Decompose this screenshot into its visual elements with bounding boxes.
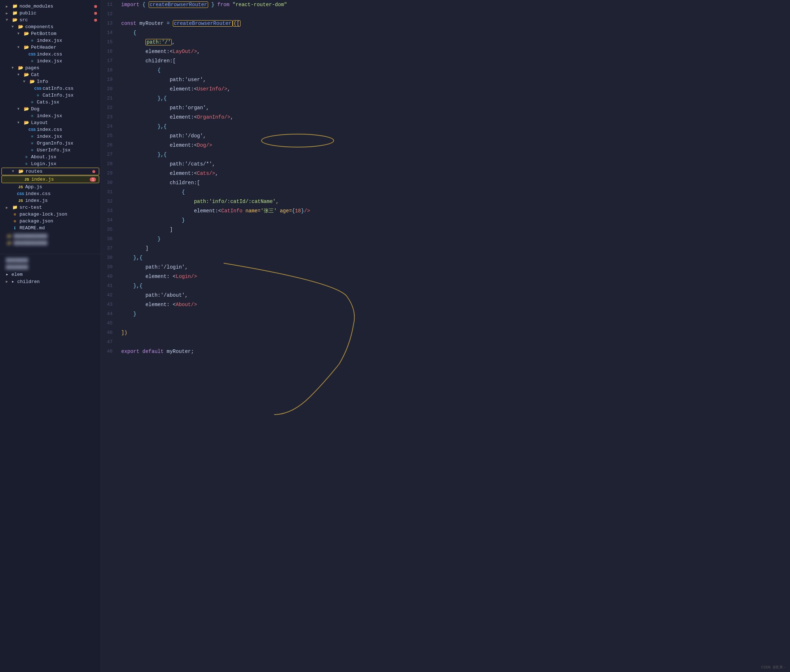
line-number: 44: [101, 309, 118, 319]
line-content: children:[: [118, 56, 790, 66]
sidebar-item-layout-css[interactable]: ▶ CSS index.css: [0, 126, 101, 133]
json-icon: ⚙: [11, 219, 18, 224]
folder-icon: 📁: [6, 234, 12, 239]
sidebar-item-node-modules[interactable]: ▶ 📁 node_modules: [0, 3, 101, 10]
code-line-13: 13const myRouter = createBrowserRouter([: [101, 19, 790, 28]
code-line-44: 44 }: [101, 309, 790, 319]
sidebar-item-label: src-test: [19, 205, 42, 210]
code-line-12: 12: [101, 10, 790, 19]
sidebar-item-catinfo-css[interactable]: ▶ CSS catInfo.css: [0, 85, 101, 92]
sidebar-item-index-js[interactable]: ▶ JS index.js: [0, 197, 101, 204]
line-content: import { createBrowserRouter } from "rea…: [118, 0, 790, 10]
sidebar-item-package-lock[interactable]: ▶ ⚙ package-lock.json: [0, 211, 101, 218]
sidebar-item-petbottom[interactable]: ▼ 📂 PetBottom: [0, 30, 101, 37]
line-content: path:'/login',: [118, 262, 790, 272]
line-number: 39: [101, 262, 118, 272]
sidebar-item-label: package.json: [19, 218, 53, 224]
token: path:'/login',: [121, 264, 188, 270]
sidebar-bottom-item1[interactable]: ████████: [0, 257, 101, 264]
token: ,: [227, 86, 230, 92]
line-number: 25: [101, 131, 118, 141]
sidebar-item-label: index.css: [37, 51, 62, 57]
folder-icon: 📁: [6, 241, 12, 246]
sidebar-item-organinfo-jsx[interactable]: ▶ ⚛ OrganInfo.jsx: [0, 140, 101, 147]
sidebar-item-label: node_modules: [19, 3, 53, 9]
change-count-badge: 1: [90, 178, 96, 182]
token: },{: [121, 255, 143, 261]
token: {: [143, 2, 149, 8]
token: }: [121, 236, 160, 242]
sidebar-item-src[interactable]: ▼ 📂 src: [0, 17, 101, 24]
sidebar-item-petbottom-index[interactable]: ▶ ⚛ index.jsx: [0, 37, 101, 44]
line-content: {: [118, 187, 790, 197]
line-content: export default myRouter;: [118, 347, 790, 356]
sidebar-item-login-jsx[interactable]: ▶ ⚛ Login.jsx: [0, 160, 101, 167]
code-line-14: 14 {: [101, 28, 790, 37]
token: default: [143, 349, 167, 354]
sidebar-item-pages[interactable]: ▼ 📂 pages: [0, 64, 101, 71]
sidebar-item-dog[interactable]: ▼ 📂 Dog: [0, 106, 101, 112]
modified-badge: [94, 12, 97, 15]
sidebar-item-cat[interactable]: ▼ 📂 Cat: [0, 71, 101, 78]
line-content: {: [118, 28, 790, 37]
line-number: 16: [101, 47, 118, 56]
sidebar-item-label: catInfo.css: [43, 86, 74, 91]
token: },{: [121, 283, 143, 289]
line-content: [118, 338, 790, 347]
sidebar-bottom-item2[interactable]: ████████: [0, 264, 101, 271]
folder-icon: 📂: [29, 79, 35, 84]
sidebar-item-app-js[interactable]: ▶ JS App.js: [0, 184, 101, 190]
folder-icon: 📂: [23, 45, 30, 50]
line-content: },{: [118, 281, 790, 291]
sidebar-item-layout[interactable]: ▼ 📂 Layout: [0, 119, 101, 126]
token: ;: [191, 349, 194, 354]
code-line-28: 28 path:'/cats/*',: [101, 159, 790, 169]
token: About: [176, 302, 191, 307]
collapse-arrow: ▼: [6, 18, 11, 22]
token: createBrowserRouter: [173, 20, 233, 27]
css-icon: CSS: [29, 127, 35, 132]
folder-icon: 📂: [17, 24, 24, 30]
token: path:'/dog',: [121, 133, 206, 139]
sidebar-item-routes-index[interactable]: ▶ JS index.js 1: [2, 176, 99, 183]
sidebar-item-src-test[interactable]: ▶ 📁 src-test: [0, 204, 101, 211]
token: ]: [121, 245, 149, 251]
token: children:[: [121, 180, 200, 186]
sidebar-item-petheader[interactable]: ▼ 📂 PetHeader: [0, 44, 101, 51]
sidebar-item-label: Cat: [31, 72, 39, 77]
line-content: },{: [118, 94, 790, 103]
sidebar-item-label: index.jsx: [37, 113, 62, 118]
sidebar-item-label: index.jsx: [37, 134, 62, 139]
line-content: },{: [118, 122, 790, 131]
line-number: 43: [101, 300, 118, 309]
sidebar-item-readme[interactable]: ▶ ℹ README.md: [0, 225, 101, 232]
sidebar-bottom-item3[interactable]: ▸ elem: [0, 271, 101, 278]
sidebar-item-petheader-css[interactable]: ▶ CSS index.css: [0, 51, 101, 58]
token: OrganInfo: [197, 114, 224, 120]
sidebar-item-components[interactable]: ▼ 📂 components: [0, 24, 101, 30]
code-line-34: 34 }: [101, 216, 790, 225]
token: },{: [121, 96, 167, 101]
code-line-11: 11import { createBrowserRouter } from "r…: [101, 0, 790, 10]
jsx-icon: ⚛: [29, 141, 35, 146]
sidebar-item-dog-index[interactable]: ▶ ⚛ index.jsx: [0, 112, 101, 119]
sidebar-item-label: index.js: [31, 177, 54, 182]
sidebar-item-layout-jsx[interactable]: ▶ ⚛ index.jsx: [0, 133, 101, 140]
line-number: 45: [101, 319, 118, 328]
sidebar-item-cats-jsx[interactable]: ▶ ⚛ Cats.jsx: [0, 99, 101, 106]
token: {: [292, 208, 295, 214]
sidebar-item-petheader-jsx[interactable]: ▶ ⚛ index.jsx: [0, 58, 101, 64]
modified-badge: [92, 170, 95, 173]
token: />: [209, 171, 215, 176]
sidebar-item-info[interactable]: ▼ 📂 Info: [0, 78, 101, 85]
line-number: 19: [101, 75, 118, 84]
sidebar-item-routes[interactable]: ▼ 📂 routes: [2, 168, 99, 175]
sidebar-bottom-item4[interactable]: ▶ ▸ children: [0, 278, 101, 285]
sidebar-item-catinfo-jsx[interactable]: ▶ ⚛ CatInfo.jsx: [0, 92, 101, 99]
sidebar-item-public[interactable]: ▶ 📁 public: [0, 10, 101, 17]
sidebar-item-about-jsx[interactable]: ▶ ⚛ About.jsx: [0, 154, 101, 160]
sidebar-item-index-css[interactable]: ▶ CSS index.css: [0, 190, 101, 197]
sidebar-item-userinfo-jsx[interactable]: ▶ ⚛ UserInfo.jsx: [0, 147, 101, 154]
code-line-45: 45: [101, 319, 790, 328]
sidebar-item-package-json[interactable]: ▶ ⚙ package.json: [0, 218, 101, 225]
